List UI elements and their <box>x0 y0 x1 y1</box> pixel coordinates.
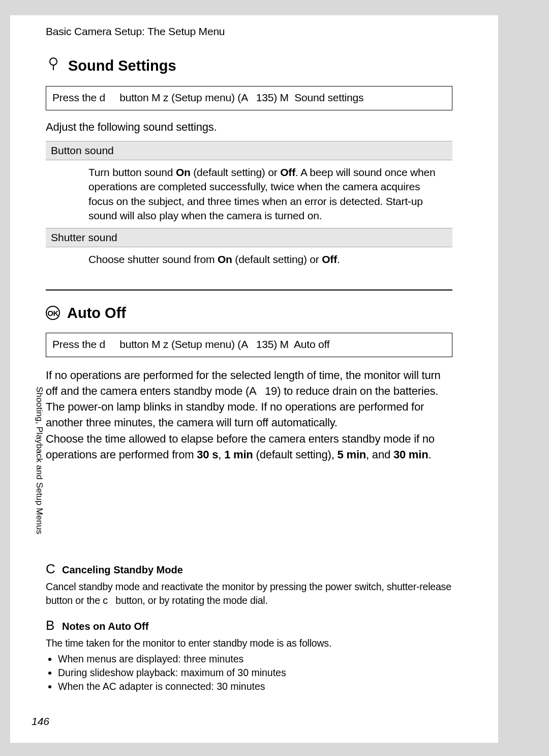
option-body-shutter-sound: Choose shutter sound from On (default se… <box>46 247 452 272</box>
section-divider <box>46 289 452 290</box>
option-body-button-sound: Turn button sound On (default setting) o… <box>46 160 452 228</box>
nav-text: Press the d <box>52 338 105 350</box>
page: Shooting, Playback and Setup Menus 146 B… <box>0 0 549 756</box>
svg-point-0 <box>50 58 57 65</box>
note-heading: Canceling Standby Mode <box>62 564 183 576</box>
nav-text: 135) M <box>256 338 289 350</box>
nav-text: Press the d <box>52 92 105 103</box>
breadcrumb: Basic Camera Setup: The Setup Menu <box>46 25 452 38</box>
nav-text: Sound settings <box>294 92 363 103</box>
note-icon: C <box>46 561 62 577</box>
auto-off-description: If no operations are performed for the s… <box>46 367 452 462</box>
section-title-sound-settings: Sound Settings <box>46 57 452 75</box>
option-header-shutter-sound: Shutter sound <box>46 228 452 247</box>
page-number: 146 <box>32 715 49 728</box>
paper-area: Shooting, Playback and Setup Menus 146 B… <box>10 15 498 743</box>
nav-text: Auto off <box>294 338 329 350</box>
ok-circle-icon: OK <box>46 306 60 320</box>
notes-block: C Canceling Standby Mode Cancel standby … <box>46 561 452 694</box>
nav-path-auto-off: Press the d button M z (Setup menu) (A 1… <box>46 333 452 357</box>
option-header-button-sound: Button sound <box>46 141 452 160</box>
sound-icon <box>46 57 61 75</box>
nav-text: 135) M <box>256 92 289 103</box>
section-title-text: Auto Off <box>67 305 126 322</box>
list-item: When the AC adapter is connected: 30 min… <box>58 680 452 693</box>
note-body-cancel: Cancel standby mode and reactivate the m… <box>46 580 452 607</box>
options-table: Button sound Turn button sound On (defau… <box>46 141 452 272</box>
nav-text: button M z (Setup menu) (A <box>119 92 248 103</box>
section-title-text: Sound Settings <box>68 57 176 74</box>
note-list-auto-off: When menus are displayed: three minutes … <box>46 652 452 694</box>
sound-intro: Adjust the following sound settings. <box>46 121 452 134</box>
note-title-cancel: C Canceling Standby Mode <box>46 561 452 577</box>
side-chapter-label: Shooting, Playback and Setup Menus <box>34 387 44 534</box>
nav-text: button M z (Setup menu) (A <box>119 338 248 350</box>
list-item: During slideshow playback: maximum of 30… <box>58 666 452 680</box>
section-title-auto-off: OK Auto Off <box>46 305 452 322</box>
nav-path-sound: Press the d button M z (Setup menu) (A 1… <box>46 86 452 110</box>
page-content: Basic Camera Setup: The Setup Menu Sound… <box>46 25 452 694</box>
note-title-auto-off: B Notes on Auto Off <box>46 618 452 633</box>
note-heading: Notes on Auto Off <box>62 621 148 632</box>
note-icon: B <box>46 618 62 633</box>
note-intro-auto-off: The time taken for the monitor to enter … <box>46 636 452 650</box>
list-item: When menus are displayed: three minutes <box>58 652 452 666</box>
